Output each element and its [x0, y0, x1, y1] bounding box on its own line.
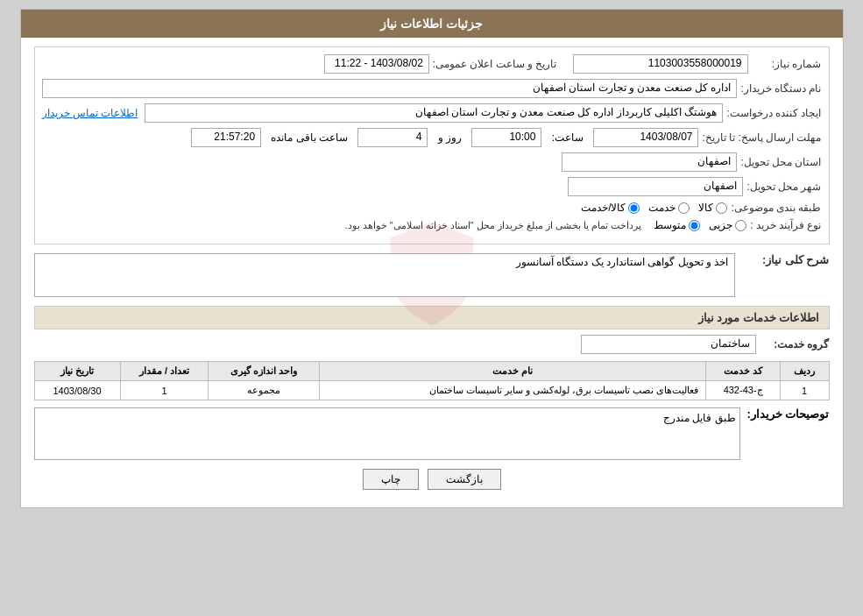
buyer-notes-label: توصیحات خریدار: [747, 407, 830, 421]
radio-jozvi-input[interactable] [735, 220, 746, 231]
info-section: شماره نیاز: 1103003558000019 تاریخ و ساع… [34, 46, 830, 244]
radio-motovaset-input[interactable] [689, 220, 700, 231]
radio-motovaset: متوسط [654, 219, 700, 231]
col-qty: تعداد / مقدار [120, 362, 209, 381]
need-desc-value: اخذ و تحویل گواهی استاندارد یک دستگاه آس… [34, 253, 735, 297]
remaining-time-value: 21:57:20 [191, 128, 261, 147]
col-date: تاریخ نیاز [34, 362, 120, 381]
contact-info-link[interactable]: اطلاعات تماس خریدار [42, 107, 138, 119]
remaining-days-value: 4 [357, 128, 428, 147]
buyer-notes-text: طبق فایل مندرج [663, 412, 736, 424]
row-service-group: گروه خدمت: ساختمان [34, 335, 830, 354]
deadline-time-value: 10:00 [471, 128, 541, 147]
category-label: طبقه بندی موضوعی: [731, 202, 821, 214]
page-title: جزئیات اطلاعات نیاز [380, 17, 483, 31]
radio-khedmat-input[interactable] [678, 202, 690, 214]
buyer-notes-box: طبق فایل مندرج [34, 407, 740, 460]
back-button[interactable]: بازگشت [428, 469, 501, 490]
need-number-value: 1103003558000019 [573, 54, 748, 74]
need-number-label: شماره نیاز: [752, 58, 822, 70]
row-province: استان محل تحویل: اصفهان [42, 152, 822, 172]
radio-jozvi-label: جزیی [709, 219, 732, 231]
bottom-buttons: بازگشت چاپ [34, 469, 830, 490]
radio-kala-input[interactable] [716, 202, 727, 214]
purchase-type-label: نوع فرآیند خرید : [750, 219, 821, 231]
row-need-number: شماره نیاز: 1103003558000019 تاریخ و ساع… [42, 54, 822, 74]
row-category: طبقه بندی موضوعی: کالا خدمت کالا/خدمت [42, 202, 822, 214]
remaining-days-label: روز و [438, 131, 462, 144]
col-name: نام خدمت [320, 362, 706, 381]
purchase-type-radio-group: جزیی متوسط [654, 219, 746, 231]
row-deadline: مهلت ارسال پاسخ: تا تاریخ: 1403/08/07 سا… [42, 128, 822, 147]
deadline-date-value: 1403/08/07 [593, 128, 698, 147]
radio-kala: کالا [698, 202, 727, 214]
cell-row-num: 1 [780, 381, 829, 400]
remaining-time-label-text: ساعت باقی مانده [271, 131, 348, 144]
content-area: شماره نیاز: 1103003558000019 تاریخ و ساع… [21, 38, 843, 507]
row-city: شهر محل تحویل: اصفهان [42, 177, 822, 196]
main-container: جزئیات اطلاعات نیاز شماره نیاز: 11030035… [20, 9, 844, 508]
services-table: ردیف کد خدمت نام خدمت واحد اندازه گیری ت… [34, 361, 830, 400]
cell-name: فعالیت‌های نصب تاسیسات برق، لوله‌کشی و س… [320, 381, 706, 400]
province-value: اصفهان [562, 152, 737, 172]
radio-kala-khedmat-input[interactable] [628, 202, 640, 214]
announcement-label: تاریخ و ساعت اعلان عمومی: [433, 58, 557, 70]
radio-khedmat: خدمت [648, 202, 690, 214]
col-code: کد خدمت [706, 362, 780, 381]
deadline-label: مهلت ارسال پاسخ: تا تاریخ: [702, 131, 821, 144]
buyer-notes-section: توصیحات خریدار: طبق فایل مندرج [34, 407, 830, 460]
service-group-value: ساختمان [581, 335, 756, 354]
creator-label: ایجاد کننده درخواست: [726, 107, 821, 119]
print-button[interactable]: چاپ [363, 469, 419, 490]
radio-kala-khedmat-label: کالا/خدمت [581, 202, 626, 214]
radio-kala-khedmat: کالا/خدمت [581, 202, 640, 214]
col-unit: واحد اندازه گیری [209, 362, 320, 381]
province-label: استان محل تحویل: [740, 156, 821, 168]
category-radio-group: کالا خدمت کالا/خدمت [581, 202, 727, 214]
row-creator: ایجاد کننده درخواست: هوشتگ اکلیلی کاربرد… [42, 103, 822, 123]
page-header: جزئیات اطلاعات نیاز [21, 10, 843, 38]
cell-unit: مجموعه [209, 381, 320, 400]
row-buyer-org: نام دستگاه خریدار: اداره کل صنعت معدن و … [42, 79, 822, 98]
radio-khedmat-label: خدمت [648, 202, 676, 214]
col-row: ردیف [780, 362, 829, 381]
need-desc-section: شرح کلی نیاز: اخذ و تحویل گواهی استاندار… [34, 253, 830, 297]
radio-motovaset-label: متوسط [654, 219, 686, 231]
cell-date: 1403/08/30 [34, 381, 120, 400]
deadline-time-label: ساعت: [552, 131, 584, 144]
city-label: شهر محل تحویل: [746, 181, 821, 193]
city-value: اصفهان [568, 177, 743, 196]
buyer-org-value: اداره کل صنعت معدن و تجارت استان اصفهان [42, 79, 738, 98]
creator-value: هوشتگ اکلیلی کاربرداز اداره کل صنعت معدن… [145, 103, 723, 123]
cell-qty: 1 [120, 381, 209, 400]
radio-kala-label: کالا [698, 202, 713, 214]
radio-jozvi: جزیی [709, 219, 746, 231]
need-desc-label: شرح کلی نیاز: [742, 253, 830, 266]
table-row: 1 ج-43-432 فعالیت‌های نصب تاسیسات برق، ل… [34, 381, 829, 400]
service-group-label: گروه خدمت: [760, 338, 830, 350]
announcement-value: 1403/08/02 - 11:22 [324, 54, 429, 74]
cell-code: ج-43-432 [706, 381, 780, 400]
buyer-org-label: نام دستگاه خریدار: [740, 82, 821, 95]
